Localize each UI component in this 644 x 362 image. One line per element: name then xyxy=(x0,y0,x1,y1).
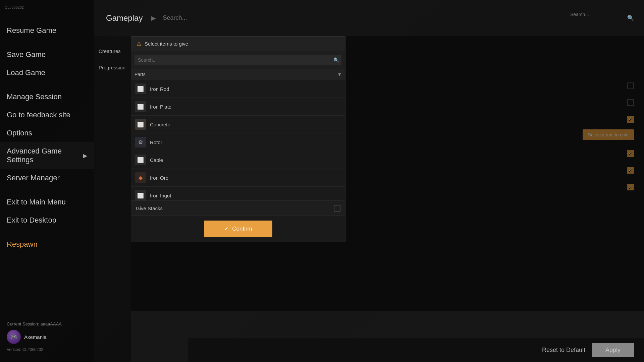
global-search-input[interactable] xyxy=(570,12,637,17)
reset-to-default-button[interactable]: Reset to Default xyxy=(542,347,585,354)
exit-main-menu-label: Exit to Main Menu xyxy=(7,198,66,206)
sidebar-item-exit-main-menu[interactable]: Exit to Main Menu xyxy=(0,193,94,211)
concrete-name: Concrete xyxy=(150,122,170,127)
iron-rod-name: Iron Rod xyxy=(150,86,169,92)
manage-session-label: Manage Session xyxy=(7,93,62,101)
sidebar-item-load-game[interactable]: Load Game xyxy=(0,64,94,82)
apply-button[interactable]: Apply xyxy=(592,343,634,357)
confirm-label: Confirm xyxy=(232,226,252,232)
list-item-iron-plate[interactable]: ⬜Iron Plate xyxy=(131,98,345,116)
sidebar-item-respawn[interactable]: Respawn xyxy=(0,235,94,253)
sidebar-item-options[interactable]: Options xyxy=(0,124,94,142)
list-item-concrete[interactable]: ⬜Concrete xyxy=(131,116,345,133)
cable-name: Cable xyxy=(150,157,163,163)
modal-search-input[interactable] xyxy=(135,55,341,65)
give-stacks-checkbox[interactable] xyxy=(334,205,340,212)
sidebar: CL#366202 Resume Game Save Game Load Gam… xyxy=(0,0,94,362)
resume-game-label: Resume Game xyxy=(7,26,56,35)
modal-item-list: ⬜Iron Rod⬜Iron Plate⬜Concrete⚙Rotor⬜Cabl… xyxy=(131,80,345,201)
divider-3 xyxy=(0,187,94,193)
modal-header: ⚠ Select items to give xyxy=(131,37,345,51)
list-item-iron-rod[interactable]: ⬜Iron Rod xyxy=(131,80,345,98)
modal-footer: Give Stacks xyxy=(131,201,345,216)
version-bottom: Version: CL#366202 xyxy=(7,347,87,352)
category-label: Parts xyxy=(135,72,146,77)
topbar-chevron-icon: ▶ xyxy=(151,14,156,22)
iron-plate-icon: ⬜ xyxy=(135,101,146,112)
server-manager-label: Server Manager xyxy=(7,174,60,182)
list-item-iron-ingot[interactable]: ⬜Iron Ingot xyxy=(131,187,345,201)
divider-4 xyxy=(0,229,94,235)
main-area: Gameplay ▶ 🔍 Creatures Progression ✓ xyxy=(94,0,644,362)
iron-ore-icon: ◆ xyxy=(135,172,146,183)
session-info: Current Session: aaaaAAAA xyxy=(7,321,87,326)
sidebar-item-feedback[interactable]: Go to feedback site xyxy=(0,106,94,124)
list-item-cable[interactable]: ⬜Cable xyxy=(131,151,345,169)
sidebar-item-advanced-game-settings[interactable]: Advanced Game Settings ▶ xyxy=(0,142,94,169)
modal-search-icon: 🔍 xyxy=(333,57,339,63)
item-selector-modal: ⚠ Select items to give 🔍 Parts ▼ ⬜Iron R… xyxy=(131,36,345,242)
give-stacks-label: Give Stacks xyxy=(136,205,163,211)
warning-icon: ⚠ xyxy=(137,41,141,47)
respawn-label: Respawn xyxy=(7,240,38,249)
modal-title: Select items to give xyxy=(145,41,188,47)
topbar: Gameplay ▶ 🔍 xyxy=(94,0,644,36)
iron-ore-name: Iron Ore xyxy=(150,175,168,181)
advanced-settings-label: Advanced Game Settings xyxy=(7,147,83,164)
sidebar-item-manage-session[interactable]: Manage Session xyxy=(0,88,94,106)
iron-ingot-name: Iron Ingot xyxy=(150,193,171,198)
modal-confirm-row: ✓ Confirm xyxy=(131,216,345,242)
subtab-progression[interactable]: Progression xyxy=(94,59,131,76)
sidebar-item-exit-desktop[interactable]: Exit to Desktop xyxy=(0,211,94,229)
chevron-right-icon: ▶ xyxy=(83,153,87,159)
subtab-creatures[interactable]: Creatures xyxy=(94,43,131,59)
confirm-check-icon: ✓ xyxy=(224,225,229,232)
subtabs: Creatures Progression xyxy=(94,36,131,362)
rotor-name: Rotor xyxy=(150,139,162,145)
load-game-label: Load Game xyxy=(7,68,45,77)
iron-plate-name: Iron Plate xyxy=(150,104,171,110)
user-row: 🎮 Axemania xyxy=(7,330,87,344)
save-game-label: Save Game xyxy=(7,50,46,59)
options-label: Options xyxy=(7,129,32,137)
sidebar-item-server-manager[interactable]: Server Manager xyxy=(0,169,94,187)
avatar: 🎮 xyxy=(7,330,21,344)
sidebar-item-save-game[interactable]: Save Game xyxy=(0,46,94,64)
divider-2 xyxy=(0,82,94,88)
concrete-icon: ⬜ xyxy=(135,119,146,130)
feedback-label: Go to feedback site xyxy=(7,111,70,119)
list-item-iron-ore[interactable]: ◆Iron Ore xyxy=(131,169,345,187)
category-dropdown-icon: ▼ xyxy=(337,72,342,77)
cable-icon: ⬜ xyxy=(135,155,146,165)
version-top: CL#366202 xyxy=(0,3,94,11)
list-item-rotor[interactable]: ⚙Rotor xyxy=(131,133,345,151)
rotor-icon: ⚙ xyxy=(135,137,146,147)
exit-desktop-label: Exit to Desktop xyxy=(7,216,56,225)
modal-category-row[interactable]: Parts ▼ xyxy=(131,69,345,80)
modal-search-row: 🔍 xyxy=(131,51,345,69)
tab-gameplay[interactable]: Gameplay xyxy=(101,11,148,25)
confirm-button[interactable]: ✓ Confirm xyxy=(204,221,272,237)
topbar-search-input[interactable] xyxy=(159,12,624,23)
iron-rod-icon: ⬜ xyxy=(135,83,146,94)
sidebar-item-resume-game[interactable]: Resume Game xyxy=(0,21,94,40)
sidebar-bottom: Current Session: aaaaAAAA 🎮 Axemania Ver… xyxy=(0,316,94,362)
iron-ingot-icon: ⬜ xyxy=(135,190,146,201)
bottombar: Reset to Default Apply xyxy=(188,338,644,362)
sidebar-menu: Resume Game Save Game Load Game Manage S… xyxy=(0,21,94,316)
username: Axemania xyxy=(24,334,47,340)
divider-1 xyxy=(0,40,94,46)
